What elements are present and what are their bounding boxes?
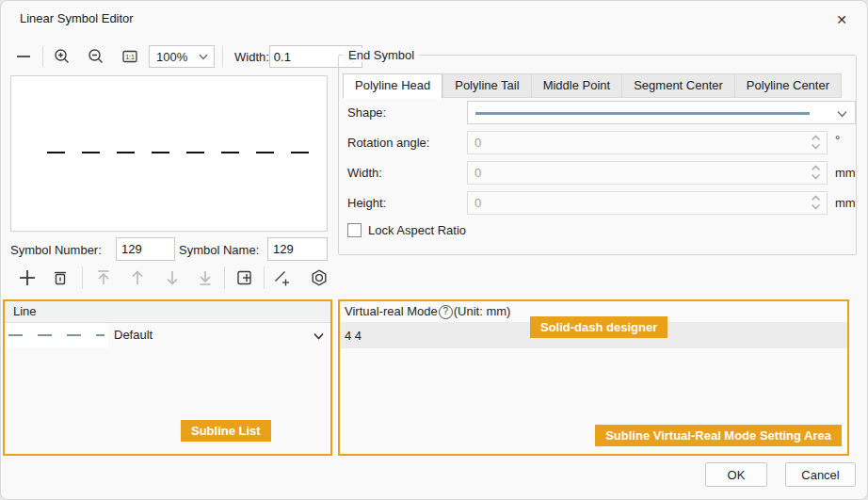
subline-list-header: Line bbox=[5, 301, 330, 323]
spinner-arrows[interactable] bbox=[811, 165, 821, 180]
spinner-arrows[interactable] bbox=[811, 195, 821, 210]
lock-aspect-ratio-checkbox[interactable]: Lock Aspect Ratio bbox=[347, 223, 466, 237]
virtual-real-mode-title: Virtual-real Mode bbox=[345, 301, 438, 322]
end-height-input[interactable] bbox=[468, 192, 788, 214]
zoom-level-select[interactable]: 100% bbox=[149, 45, 215, 68]
spinner-arrows[interactable] bbox=[811, 135, 821, 150]
zoom-in-icon[interactable] bbox=[51, 45, 73, 68]
move-to-top-icon[interactable] bbox=[94, 268, 113, 287]
cancel-button[interactable]: Cancel bbox=[785, 462, 856, 487]
symbol-name-label: Symbol Name: bbox=[179, 243, 259, 257]
subline-dash-preview bbox=[8, 334, 104, 336]
chevron-down-icon bbox=[199, 54, 208, 60]
subline-item-label: Default bbox=[114, 328, 153, 342]
tab-polyline-tail[interactable]: Polyline Tail bbox=[442, 73, 531, 98]
move-up-icon[interactable] bbox=[128, 268, 147, 287]
toolbar-separator bbox=[82, 266, 83, 289]
subline-list-panel: Line Default Subline List bbox=[3, 299, 332, 456]
symbol-number-label: Symbol Number: bbox=[10, 243, 102, 257]
symbol-identity-row: Symbol Number: Symbol Name: bbox=[1, 237, 340, 262]
line-width-label: Width: bbox=[234, 50, 269, 64]
tab-segment-center[interactable]: Segment Center bbox=[622, 73, 735, 98]
rotation-angle-label: Rotation angle: bbox=[347, 136, 429, 150]
end-width-unit-label: mm bbox=[835, 166, 856, 180]
line-symbol-icon[interactable] bbox=[12, 45, 35, 68]
move-to-bottom-icon[interactable] bbox=[196, 268, 215, 287]
move-down-icon[interactable] bbox=[163, 268, 182, 287]
tab-polyline-center[interactable]: Polyline Center bbox=[735, 73, 842, 98]
close-icon[interactable]: ✕ bbox=[829, 8, 854, 31]
annotation-setting-area: Subline Virtual-Real Mode Setting Area bbox=[595, 425, 842, 446]
zoom-level-value: 100% bbox=[156, 50, 187, 64]
virtual-real-mode-unit: (Unit: mm) bbox=[454, 301, 511, 322]
subline-swatch bbox=[5, 323, 108, 347]
toolbar-separator bbox=[224, 266, 225, 289]
rotation-angle-input[interactable] bbox=[468, 132, 788, 153]
lock-aspect-ratio-label: Lock Aspect Ratio bbox=[368, 223, 466, 237]
annotation-solid-dash-designer: Solid-dash designer bbox=[530, 316, 667, 338]
add-subline-icon[interactable] bbox=[18, 268, 37, 287]
end-width-spinner[interactable] bbox=[467, 161, 828, 185]
shape-line-swatch bbox=[475, 112, 810, 115]
end-width-label: Width: bbox=[347, 166, 382, 180]
help-icon[interactable]: ? bbox=[439, 305, 453, 319]
tab-middle-point[interactable]: Middle Point bbox=[532, 73, 623, 98]
chevron-down-icon bbox=[313, 332, 324, 340]
rotation-angle-spinner[interactable] bbox=[467, 131, 828, 154]
chevron-down-icon bbox=[837, 110, 847, 118]
preview-dashed-line bbox=[47, 152, 309, 153]
svg-text:1:1: 1:1 bbox=[125, 54, 135, 60]
subline-item-select[interactable]: Default bbox=[5, 323, 330, 348]
symbol-preview-canvas bbox=[10, 75, 328, 232]
toolbar-separator bbox=[222, 46, 223, 67]
virtual-real-mode-panel: Virtual-real Mode ? (Unit: mm) 4 4 Solid… bbox=[338, 299, 849, 456]
end-symbol-tabs: Polyline Head Polyline Tail Middle Point… bbox=[343, 73, 842, 98]
line-width-input[interactable] bbox=[270, 46, 344, 67]
shape-select[interactable] bbox=[467, 101, 856, 124]
subline-toolbar bbox=[1, 268, 340, 289]
toolbar-separator bbox=[42, 46, 43, 67]
end-height-label: Height: bbox=[347, 196, 386, 210]
shape-label: Shape: bbox=[347, 105, 386, 120]
symbol-number-input[interactable] bbox=[116, 237, 175, 261]
delete-subline-icon[interactable] bbox=[51, 268, 70, 287]
preview-toolbar: 1:1 100% Width: bbox=[12, 43, 362, 70]
linear-symbol-editor-dialog: Linear Symbol Editor ✕ 1:1 bbox=[0, 0, 868, 500]
rotation-unit-label: ° bbox=[835, 133, 840, 147]
add-line-segment-icon[interactable] bbox=[272, 268, 291, 287]
dialog-title: Linear Symbol Editor bbox=[20, 11, 134, 25]
end-height-unit-label: mm bbox=[835, 196, 856, 210]
zoom-out-icon[interactable] bbox=[85, 45, 107, 68]
ok-button[interactable]: OK bbox=[705, 462, 767, 487]
end-symbol-group-label: End Symbol bbox=[344, 48, 419, 62]
settings-gear-icon[interactable] bbox=[310, 268, 329, 287]
toolbar-separator bbox=[264, 266, 265, 289]
annotation-subline-list: Subline List bbox=[181, 420, 271, 442]
actual-size-icon[interactable]: 1:1 bbox=[119, 45, 141, 68]
add-to-library-icon[interactable] bbox=[235, 268, 254, 287]
tab-polyline-head[interactable]: Polyline Head bbox=[343, 73, 442, 99]
end-width-input[interactable] bbox=[468, 162, 788, 184]
end-height-spinner[interactable] bbox=[467, 191, 828, 215]
checkbox-box[interactable] bbox=[347, 223, 362, 237]
symbol-name-input[interactable] bbox=[267, 237, 328, 261]
